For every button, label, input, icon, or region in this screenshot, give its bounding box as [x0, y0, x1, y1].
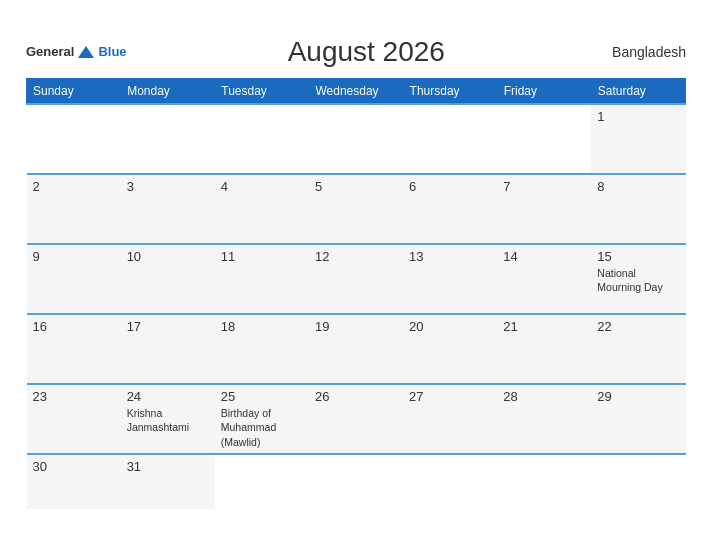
calendar-cell: 6 — [403, 174, 497, 244]
day-number: 13 — [409, 249, 491, 264]
calendar-cell: 23 — [27, 384, 121, 455]
day-number: 27 — [409, 389, 491, 404]
calendar-cell: 21 — [497, 314, 591, 384]
day-number: 11 — [221, 249, 303, 264]
calendar-week-row: 9101112131415National Mourning Day — [27, 244, 686, 314]
day-number: 23 — [33, 389, 115, 404]
calendar-week-row: 1 — [27, 104, 686, 174]
calendar-cell: 26 — [309, 384, 403, 455]
day-number: 22 — [597, 319, 679, 334]
calendar-cell — [497, 104, 591, 174]
calendar-cell: 18 — [215, 314, 309, 384]
calendar-cell: 29 — [591, 384, 685, 455]
calendar-week-row: 2345678 — [27, 174, 686, 244]
logo-triangle-icon — [78, 46, 94, 58]
calendar-cell: 30 — [27, 454, 121, 509]
day-number: 21 — [503, 319, 585, 334]
weekday-header: Wednesday — [309, 78, 403, 104]
day-number: 17 — [127, 319, 209, 334]
weekday-header: Tuesday — [215, 78, 309, 104]
calendar-cell: 4 — [215, 174, 309, 244]
day-number: 5 — [315, 179, 397, 194]
day-number: 8 — [597, 179, 679, 194]
day-number: 4 — [221, 179, 303, 194]
calendar-cell: 25Birthday of Muhammad (Mawlid) — [215, 384, 309, 455]
day-number: 24 — [127, 389, 209, 404]
day-number: 2 — [33, 179, 115, 194]
calendar-cell: 8 — [591, 174, 685, 244]
calendar-cell: 12 — [309, 244, 403, 314]
calendar-cell — [27, 104, 121, 174]
logo-general-text: General — [26, 44, 74, 59]
day-number: 29 — [597, 389, 679, 404]
event-text: Birthday of Muhammad (Mawlid) — [221, 407, 276, 448]
calendar-week-row: 16171819202122 — [27, 314, 686, 384]
day-number: 31 — [127, 459, 209, 474]
calendar-week-row: 3031 — [27, 454, 686, 509]
day-number: 12 — [315, 249, 397, 264]
country-name: Bangladesh — [606, 44, 686, 60]
logo-blue-text: Blue — [98, 44, 126, 59]
calendar-grid: SundayMondayTuesdayWednesdayThursdayFrid… — [26, 78, 686, 510]
weekday-header: Sunday — [27, 78, 121, 104]
weekday-header: Monday — [121, 78, 215, 104]
calendar-cell: 10 — [121, 244, 215, 314]
day-number: 6 — [409, 179, 491, 194]
calendar-cell: 2 — [27, 174, 121, 244]
calendar-cell: 7 — [497, 174, 591, 244]
day-number: 20 — [409, 319, 491, 334]
calendar-cell: 20 — [403, 314, 497, 384]
day-number: 19 — [315, 319, 397, 334]
calendar-cell — [497, 454, 591, 509]
weekday-header: Friday — [497, 78, 591, 104]
calendar-week-row: 2324Krishna Janmashtami25Birthday of Muh… — [27, 384, 686, 455]
calendar-cell: 15National Mourning Day — [591, 244, 685, 314]
calendar-cell: 1 — [591, 104, 685, 174]
day-number: 15 — [597, 249, 679, 264]
calendar-title: August 2026 — [127, 36, 606, 68]
calendar-cell: 3 — [121, 174, 215, 244]
weekday-header-row: SundayMondayTuesdayWednesdayThursdayFrid… — [27, 78, 686, 104]
day-number: 1 — [597, 109, 679, 124]
calendar-cell: 27 — [403, 384, 497, 455]
calendar-cell — [309, 104, 403, 174]
calendar-cell: 11 — [215, 244, 309, 314]
calendar-cell: 9 — [27, 244, 121, 314]
day-number: 3 — [127, 179, 209, 194]
day-number: 7 — [503, 179, 585, 194]
event-text: National Mourning Day — [597, 267, 662, 294]
calendar-cell — [403, 454, 497, 509]
calendar-cell: 13 — [403, 244, 497, 314]
calendar-cell — [309, 454, 403, 509]
day-number: 28 — [503, 389, 585, 404]
weekday-header: Saturday — [591, 78, 685, 104]
calendar-cell: 28 — [497, 384, 591, 455]
calendar-cell: 16 — [27, 314, 121, 384]
day-number: 16 — [33, 319, 115, 334]
calendar-wrapper: General Blue August 2026 Bangladesh Sund… — [11, 26, 701, 525]
calendar-cell — [215, 454, 309, 509]
calendar-cell — [591, 454, 685, 509]
day-number: 18 — [221, 319, 303, 334]
event-text: Krishna Janmashtami — [127, 407, 189, 434]
calendar-cell: 5 — [309, 174, 403, 244]
day-number: 10 — [127, 249, 209, 264]
calendar-cell — [215, 104, 309, 174]
calendar-header: General Blue August 2026 Bangladesh — [26, 36, 686, 68]
weekday-header: Thursday — [403, 78, 497, 104]
day-number: 25 — [221, 389, 303, 404]
calendar-cell: 22 — [591, 314, 685, 384]
logo: General Blue — [26, 44, 127, 59]
day-number: 14 — [503, 249, 585, 264]
calendar-cell: 24Krishna Janmashtami — [121, 384, 215, 455]
calendar-cell: 31 — [121, 454, 215, 509]
calendar-cell — [403, 104, 497, 174]
day-number: 26 — [315, 389, 397, 404]
calendar-cell: 14 — [497, 244, 591, 314]
calendar-cell: 19 — [309, 314, 403, 384]
calendar-cell — [121, 104, 215, 174]
day-number: 9 — [33, 249, 115, 264]
day-number: 30 — [33, 459, 115, 474]
calendar-cell: 17 — [121, 314, 215, 384]
